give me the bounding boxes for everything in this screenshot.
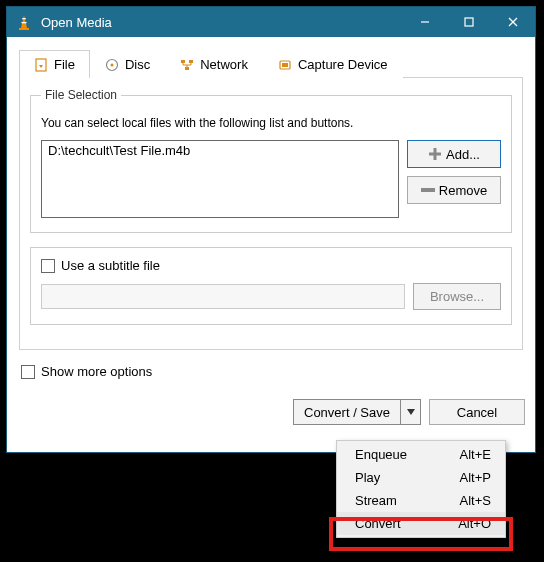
svg-rect-1	[22, 22, 27, 23]
cancel-button[interactable]: Cancel	[429, 399, 525, 425]
svg-rect-12	[185, 67, 189, 70]
convert-save-label[interactable]: Convert / Save	[294, 400, 400, 424]
menu-shortcut: Alt+P	[460, 470, 491, 485]
file-icon	[34, 58, 48, 72]
file-list-entry[interactable]: D:\techcult\Test File.m4b	[48, 143, 392, 158]
convert-save-button[interactable]: Convert / Save	[293, 399, 421, 425]
menu-item-convert[interactable]: Convert Alt+O	[337, 512, 505, 535]
menu-item-enqueue[interactable]: Enqueue Alt+E	[337, 443, 505, 466]
menu-label: Stream	[355, 493, 397, 508]
disc-icon	[105, 58, 119, 72]
remove-button[interactable]: Remove	[407, 176, 501, 204]
subtitle-path-input	[41, 284, 405, 309]
tab-network-label: Network	[200, 57, 248, 72]
menu-label: Play	[355, 470, 380, 485]
tab-capture[interactable]: Capture Device	[263, 50, 403, 78]
svg-rect-10	[181, 60, 185, 63]
window-title: Open Media	[41, 15, 403, 30]
content-area: File Disc Network Capture Device File Se…	[7, 37, 535, 391]
convert-save-dropdown[interactable]	[400, 400, 420, 424]
svg-rect-0	[22, 18, 26, 19]
tab-disc-label: Disc	[125, 57, 150, 72]
menu-label: Convert	[355, 516, 401, 531]
file-list[interactable]: D:\techcult\Test File.m4b	[41, 140, 399, 218]
add-button[interactable]: Add...	[407, 140, 501, 168]
add-button-label: Add...	[446, 147, 480, 162]
svg-rect-17	[421, 188, 435, 192]
tab-file-label: File	[54, 57, 75, 72]
plus-icon	[428, 147, 442, 161]
network-icon	[180, 58, 194, 72]
file-selection-group: File Selection You can select local file…	[30, 88, 512, 233]
remove-button-label: Remove	[439, 183, 487, 198]
browse-button: Browse...	[413, 283, 501, 310]
svg-point-9	[110, 63, 113, 66]
minimize-button[interactable]	[403, 7, 447, 37]
show-more-row: Show more options	[21, 364, 523, 379]
svg-rect-16	[429, 153, 441, 156]
svg-rect-2	[19, 28, 29, 30]
footer: Convert / Save Cancel	[7, 391, 535, 437]
convert-save-menu: Enqueue Alt+E Play Alt+P Stream Alt+S Co…	[336, 440, 506, 538]
file-panel: File Selection You can select local file…	[19, 78, 523, 350]
minus-icon	[421, 188, 435, 192]
subtitle-group: Use a subtitle file Browse...	[30, 247, 512, 325]
menu-label: Enqueue	[355, 447, 407, 462]
file-selection-hint: You can select local files with the foll…	[41, 116, 501, 130]
menu-item-stream[interactable]: Stream Alt+S	[337, 489, 505, 512]
cancel-label: Cancel	[457, 405, 497, 420]
tab-network[interactable]: Network	[165, 50, 263, 78]
menu-item-play[interactable]: Play Alt+P	[337, 466, 505, 489]
menu-shortcut: Alt+O	[458, 516, 491, 531]
file-selection-legend: File Selection	[41, 88, 121, 102]
tab-capture-label: Capture Device	[298, 57, 388, 72]
svg-rect-4	[465, 18, 473, 26]
show-more-label: Show more options	[41, 364, 152, 379]
vlc-cone-icon	[15, 13, 33, 31]
menu-shortcut: Alt+S	[460, 493, 491, 508]
browse-label: Browse...	[430, 289, 484, 304]
titlebar: Open Media	[7, 7, 535, 37]
menu-shortcut: Alt+E	[460, 447, 491, 462]
capture-icon	[278, 58, 292, 72]
subtitle-label: Use a subtitle file	[61, 258, 160, 273]
open-media-window: Open Media File Disc Network Capture Dev…	[6, 6, 536, 453]
tab-bar: File Disc Network Capture Device	[19, 49, 523, 78]
subtitle-checkbox[interactable]	[41, 259, 55, 273]
chevron-down-icon	[407, 409, 415, 415]
show-more-checkbox[interactable]	[21, 365, 35, 379]
tab-disc[interactable]: Disc	[90, 50, 165, 78]
close-button[interactable]	[491, 7, 535, 37]
tab-file[interactable]: File	[19, 50, 90, 78]
maximize-button[interactable]	[447, 7, 491, 37]
svg-rect-11	[189, 60, 193, 63]
svg-rect-14	[282, 63, 288, 67]
